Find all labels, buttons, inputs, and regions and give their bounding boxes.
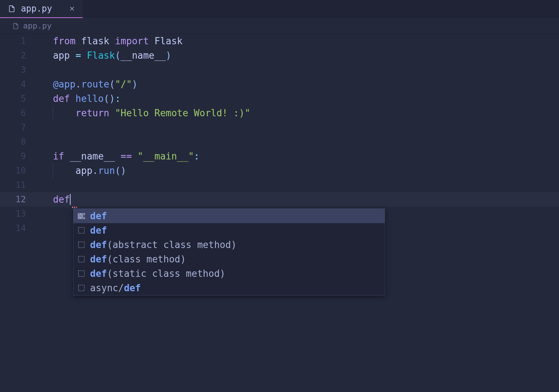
svg-rect-1 — [81, 213, 85, 215]
code-line[interactable]: 1 from flask import Flask — [0, 34, 559, 48]
line-number: 2 — [0, 48, 36, 63]
error-squiggle — [72, 207, 77, 208]
code-editor[interactable]: 1 from flask import Flask2 app = Flask(_… — [0, 34, 559, 235]
text-cursor — [70, 194, 71, 205]
line-number: 5 — [0, 91, 36, 106]
line-number: 8 — [0, 135, 36, 149]
snippet-icon — [77, 269, 86, 278]
autocomplete-label: def(class method) — [90, 252, 186, 266]
code-line[interactable]: 6 return "Hello Remote World! :)" — [0, 106, 559, 120]
autocomplete-item[interactable]: async/def — [73, 281, 385, 295]
svg-rect-9 — [79, 285, 84, 291]
code-line[interactable]: 9 if __name__ == "__main__": — [0, 149, 559, 163]
code-content — [36, 221, 53, 235]
code-content: if __name__ == "__main__": — [36, 149, 200, 163]
autocomplete-label: def — [90, 223, 107, 238]
keyword-icon — [77, 212, 86, 220]
code-content — [36, 135, 53, 149]
autocomplete-item[interactable]: def(class method) — [73, 252, 385, 266]
svg-rect-4 — [81, 217, 85, 218]
line-number: 13 — [0, 207, 36, 221]
line-number: 10 — [0, 163, 36, 178]
autocomplete-label: def(abstract class method) — [90, 238, 237, 252]
line-number: 9 — [0, 149, 36, 163]
code-content: app = Flask(__name__) — [36, 48, 171, 63]
code-content — [36, 178, 53, 192]
line-number: 1 — [0, 34, 36, 48]
snippet-icon — [77, 226, 86, 235]
autocomplete-label: def(static class method) — [90, 266, 225, 281]
code-line[interactable]: 10 app.run() — [0, 163, 559, 178]
line-number: 6 — [0, 106, 36, 120]
autocomplete-item[interactable]: def(abstract class method) — [73, 238, 385, 252]
autocomplete-item[interactable]: def — [73, 223, 385, 238]
autocomplete-item[interactable]: def — [73, 209, 385, 223]
tab-bar: app.py — [0, 0, 559, 18]
autocomplete-item[interactable]: def(static class method) — [73, 266, 385, 281]
code-line[interactable]: 8 — [0, 135, 559, 149]
code-line[interactable]: 11 — [0, 178, 559, 192]
code-content: def hello(): — [36, 91, 121, 106]
code-content — [36, 120, 53, 135]
line-number: 14 — [0, 221, 36, 235]
tab-label: app.py — [21, 4, 52, 14]
svg-rect-0 — [78, 213, 81, 215]
code-content: return "Hello Remote World! :)" — [36, 106, 250, 120]
code-line[interactable]: 7 — [0, 120, 559, 135]
snippet-icon — [77, 255, 86, 263]
snippet-icon — [77, 240, 86, 249]
tab-app-py[interactable]: app.py — [0, 0, 83, 18]
code-content — [36, 207, 53, 221]
code-line[interactable]: 12 def — [0, 192, 559, 207]
autocomplete-label: def — [90, 209, 107, 223]
code-content: app.run() — [36, 163, 126, 178]
snippet-icon — [77, 284, 86, 292]
code-line[interactable]: 5 def hello(): — [0, 91, 559, 106]
line-number: 4 — [0, 77, 36, 91]
svg-rect-2 — [78, 216, 82, 217]
svg-rect-6 — [79, 242, 84, 248]
code-content — [36, 63, 53, 77]
code-content: from flask import Flask — [36, 34, 183, 48]
line-number: 7 — [0, 120, 36, 135]
line-number: 11 — [0, 178, 36, 192]
svg-rect-8 — [79, 271, 84, 276]
svg-rect-5 — [79, 227, 84, 233]
breadcrumb: app.py — [0, 18, 559, 34]
code-content: @app.route("/") — [36, 77, 138, 91]
code-line[interactable]: 3 — [0, 63, 559, 77]
svg-rect-3 — [78, 217, 80, 218]
close-icon[interactable] — [68, 4, 76, 13]
code-line[interactable]: 4 @app.route("/") — [0, 77, 559, 91]
code-content: def — [36, 192, 71, 207]
line-number: 3 — [0, 63, 36, 77]
file-icon — [12, 22, 19, 30]
autocomplete-label: async/def — [90, 281, 141, 295]
autocomplete-popup[interactable]: defdefdef(abstract class method)def(clas… — [73, 208, 385, 296]
code-line[interactable]: 2 app = Flask(__name__) — [0, 48, 559, 63]
line-number: 12 — [0, 192, 36, 207]
file-icon — [8, 5, 16, 13]
breadcrumb-filename[interactable]: app.py — [23, 21, 52, 30]
svg-rect-7 — [79, 256, 84, 262]
